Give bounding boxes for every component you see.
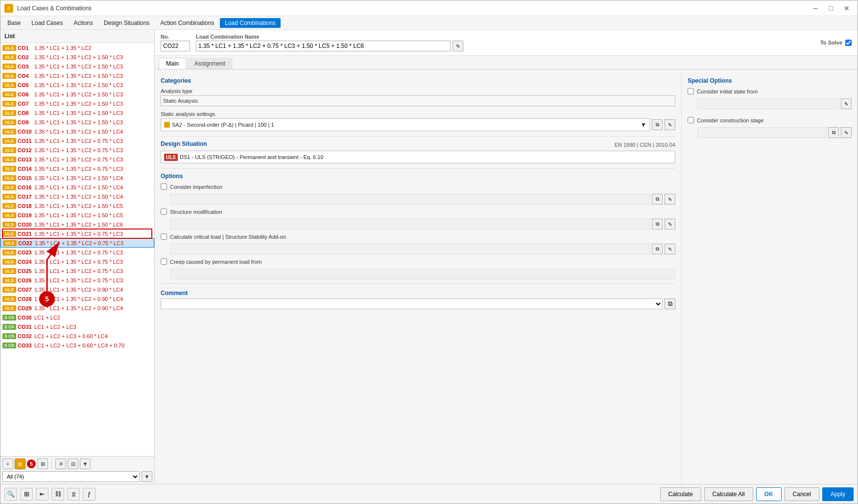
list-item[interactable]: ULSCO211.35 * LC1 + 1.35 * LC2 + 0.75 * … bbox=[0, 229, 154, 238]
list-item[interactable]: ULSCO41.35 * LC1 + 1.35 * LC2 + 1.50 * L… bbox=[0, 71, 154, 80]
comment-copy-btn[interactable]: ⧉ bbox=[665, 298, 675, 309]
calculate-button[interactable]: Calculate bbox=[660, 487, 701, 501]
list-item[interactable]: ULSCO291.35 * LC1 + 1.35 * LC2 + 0.90 * … bbox=[0, 303, 154, 313]
edit-name-button[interactable]: ✎ bbox=[453, 41, 463, 51]
formula-tool-btn[interactable]: ƒ bbox=[83, 488, 95, 501]
sa-copy-button[interactable]: ⧉ bbox=[652, 119, 663, 130]
list-item[interactable]: S ChCO30LC1 + LC2 bbox=[0, 313, 154, 322]
construction-stage-check[interactable] bbox=[688, 117, 694, 123]
list-item[interactable]: ULSCO161.35 * LC1 + 1.35 * LC2 + 1.50 * … bbox=[0, 183, 154, 192]
menu-design-situations[interactable]: Design Situations bbox=[99, 18, 154, 28]
no-input[interactable] bbox=[161, 41, 190, 51]
list-item[interactable]: ULSCO121.35 * LC1 + 1.35 * LC2 + 0.75 * … bbox=[0, 145, 154, 155]
link-tool-btn[interactable]: ⛓ bbox=[51, 488, 64, 501]
list-item[interactable]: ULSCO11.35 * LC1 + 1.35 * LC2 bbox=[0, 43, 154, 52]
to-solve-checkbox[interactable] bbox=[845, 40, 852, 46]
list-container[interactable]: ULSCO11.35 * LC1 + 1.35 * LC2ULSCO21.35 … bbox=[0, 43, 154, 456]
list-item[interactable]: ULSCO71.35 * LC1 + 1.35 * LC2 + 1.50 * L… bbox=[0, 99, 154, 108]
option-critical-input[interactable] bbox=[170, 244, 650, 254]
option-imperfection-copy[interactable]: ⧉ bbox=[652, 194, 663, 205]
filter-tool-btn[interactable]: ⧖ bbox=[67, 488, 80, 501]
ok-button[interactable]: OK bbox=[756, 487, 782, 501]
list-item[interactable]: S ChCO33LC1 + LC2 + LC3 + 0.60 * LC4 + 0… bbox=[0, 341, 154, 350]
dropdown-button[interactable]: ▼ bbox=[80, 458, 91, 469]
list-item[interactable]: ULSCO171.35 * LC1 + 1.35 * LC2 + 1.50 * … bbox=[0, 192, 154, 201]
option-critical-copy[interactable]: ⧉ bbox=[652, 244, 663, 254]
menu-base[interactable]: Base bbox=[2, 18, 25, 28]
initial-state-input[interactable] bbox=[697, 98, 839, 109]
menu-action-combinations[interactable]: Action Combinations bbox=[155, 18, 219, 28]
search-tool-btn[interactable]: 🔍 bbox=[4, 488, 17, 501]
menu-load-combinations[interactable]: Load Combinations bbox=[220, 18, 280, 28]
apply-button[interactable]: Apply bbox=[822, 487, 854, 501]
list-item[interactable]: ULSCO271.35 * LC1 + 1.35 * LC2 + 0.90 * … bbox=[0, 285, 154, 294]
tab-assignment[interactable]: Assignment bbox=[187, 58, 233, 69]
special-options-panel: Special Options Consider initial state f… bbox=[681, 69, 858, 484]
list-item[interactable]: ULSCO61.35 * LC1 + 1.35 * LC2 + 1.50 * L… bbox=[0, 90, 154, 99]
list-item[interactable]: ULSCO151.35 * LC1 + 1.35 * LC2 + 1.50 * … bbox=[0, 173, 154, 183]
close-button[interactable]: ✕ bbox=[840, 3, 854, 13]
option-structure-check[interactable] bbox=[161, 208, 167, 215]
option-critical-label: Calculate critical load | Structure Stab… bbox=[170, 234, 286, 240]
filter-select[interactable]: All (74) bbox=[2, 471, 140, 482]
filter-dropdown-btn[interactable]: ▼ bbox=[142, 471, 152, 482]
list-item[interactable]: ULSCO191.35 * LC1 + 1.35 * LC2 + 1.50 * … bbox=[0, 210, 154, 220]
name-input[interactable] bbox=[196, 41, 451, 51]
construction-edit-btn[interactable]: ✎ bbox=[841, 127, 852, 138]
sa-edit-button[interactable]: ✎ bbox=[665, 119, 675, 130]
list-item[interactable]: ULSCO101.35 * LC1 + 1.35 * LC2 + 1.50 * … bbox=[0, 127, 154, 136]
list-item[interactable]: ULSCO281.35 * LC1 + 1.35 * LC2 + 0.90 * … bbox=[0, 294, 154, 303]
option-structure-edit[interactable]: ✎ bbox=[665, 219, 675, 229]
menu-load-cases[interactable]: Load Cases bbox=[26, 18, 68, 28]
list-item-formula: 1.35 * LC1 + 1.35 * LC2 + 1.50 * LC6 bbox=[34, 222, 123, 228]
table-tool-btn[interactable]: ⊞ bbox=[20, 488, 33, 501]
list-item-code: CO3 bbox=[18, 64, 33, 69]
list-item[interactable]: ULSCO31.35 * LC1 + 1.35 * LC2 + 1.50 * L… bbox=[0, 62, 154, 71]
list-item[interactable]: ULSCO91.35 * LC1 + 1.35 * LC2 + 1.50 * L… bbox=[0, 117, 154, 127]
list-item[interactable]: S ChCO31LC1 + LC2 + LC3 bbox=[0, 322, 154, 331]
list-item[interactable]: ULSCO231.35 * LC1 + 1.35 * LC2 + 0.75 * … bbox=[0, 248, 154, 257]
arrow-tool-btn[interactable]: ⇤ bbox=[36, 488, 48, 501]
option-critical-check[interactable] bbox=[161, 233, 167, 240]
construction-stage-input[interactable] bbox=[697, 127, 826, 138]
new-item-button[interactable]: + bbox=[2, 458, 13, 469]
list-item[interactable]: S ChCO32LC1 + LC2 + LC3 + 0.60 * LC4 bbox=[0, 331, 154, 341]
list-item[interactable]: ULSCO221.35 * LC1 + 1.35 * LC2 + 0.75 * … bbox=[0, 238, 154, 248]
option-critical-edit[interactable]: ✎ bbox=[665, 244, 675, 254]
menu-actions[interactable]: Actions bbox=[69, 18, 97, 28]
list-item[interactable]: ULSCO141.35 * LC1 + 1.35 * LC2 + 0.75 * … bbox=[0, 164, 154, 173]
list-item[interactable]: ULSCO241.35 * LC1 + 1.35 * LC2 + 0.75 * … bbox=[0, 257, 154, 266]
list-item[interactable]: ULSCO251.35 * LC1 + 1.35 * LC2 + 0.75 * … bbox=[0, 266, 154, 275]
list-item[interactable]: ULSCO81.35 * LC1 + 1.35 * LC2 + 1.50 * L… bbox=[0, 108, 154, 117]
design-situation-input[interactable]: ULS DS1 - ULS (STR/GEO) - Permanent and … bbox=[161, 151, 675, 163]
view-toggle-button[interactable]: ⊟ bbox=[68, 458, 78, 469]
list-item-formula: 1.35 * LC1 + 1.35 * LC2 + 1.50 * LC4 bbox=[34, 175, 123, 181]
list-item[interactable]: ULSCO21.35 * LC1 + 1.35 * LC2 + 1.50 * L… bbox=[0, 52, 154, 62]
delete-button[interactable]: ✕ bbox=[55, 458, 66, 469]
list-item[interactable]: ULSCO181.35 * LC1 + 1.35 * LC2 + 1.50 * … bbox=[0, 201, 154, 210]
option-structure-copy[interactable]: ⧉ bbox=[652, 219, 663, 229]
copy-item-button[interactable]: ⧉ bbox=[15, 458, 25, 469]
list-item[interactable]: ULSCO111.35 * LC1 + 1.35 * LC2 + 0.75 * … bbox=[0, 136, 154, 145]
minimize-button[interactable]: ─ bbox=[809, 3, 822, 13]
list-item[interactable]: ULSCO131.35 * LC1 + 1.35 * LC2 + 0.75 * … bbox=[0, 155, 154, 164]
maximize-button[interactable]: □ bbox=[824, 3, 838, 13]
option-structure-input[interactable] bbox=[170, 219, 650, 229]
no-field-group: No. bbox=[161, 34, 190, 51]
initial-state-check[interactable] bbox=[688, 88, 694, 94]
option-imperfection-edit[interactable]: ✎ bbox=[665, 194, 675, 205]
list-item[interactable]: ULSCO51.35 * LC1 + 1.35 * LC2 + 1.50 * L… bbox=[0, 80, 154, 90]
option-imperfection-check[interactable] bbox=[161, 183, 167, 190]
calculate-all-button[interactable]: Calculate All bbox=[704, 487, 753, 501]
option-creep-input[interactable] bbox=[170, 269, 675, 279]
comment-dropdown[interactable] bbox=[161, 298, 663, 309]
option-creep-check[interactable] bbox=[161, 258, 167, 265]
cancel-button[interactable]: Cancel bbox=[785, 487, 819, 501]
list-item[interactable]: ULSCO261.35 * LC1 + 1.35 * LC2 + 0.75 * … bbox=[0, 275, 154, 285]
initial-state-edit-btn[interactable]: ✎ bbox=[841, 98, 852, 109]
option-imperfection-input[interactable] bbox=[170, 194, 650, 205]
tab-main[interactable]: Main bbox=[159, 58, 186, 69]
paste-button[interactable]: ⊞ bbox=[37, 458, 48, 469]
list-item[interactable]: ULSCO201.35 * LC1 + 1.35 * LC2 + 1.50 * … bbox=[0, 220, 154, 229]
construction-copy-btn[interactable]: ⧉ bbox=[828, 127, 839, 138]
